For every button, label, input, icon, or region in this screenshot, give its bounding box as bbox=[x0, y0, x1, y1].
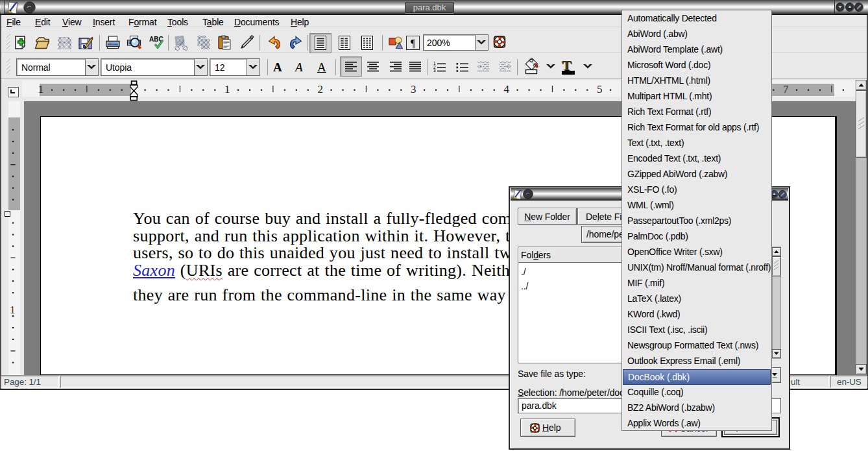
svg-text:3: 3 bbox=[433, 68, 436, 73]
